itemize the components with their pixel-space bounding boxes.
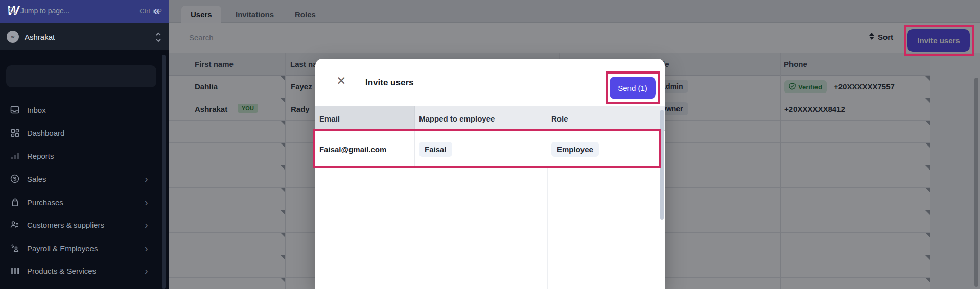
sidebar-item-sales[interactable]: Sales › [0, 170, 169, 188]
close-icon[interactable]: ✕ [335, 75, 347, 87]
sidebar-item-label: Reports [27, 152, 54, 160]
payroll-icon [9, 243, 20, 254]
app-window: W « W Ashrakat Jump to page... Ctrl + P … [0, 0, 980, 289]
invite-row-empty[interactable] [315, 259, 665, 282]
dashboard-icon [9, 127, 20, 138]
sidebar: W « W Ashrakat Jump to page... Ctrl + P … [0, 0, 169, 289]
annotation-invite-row [313, 129, 661, 168]
user-name: Ashrakat [25, 33, 55, 41]
chevron-right-icon: › [145, 266, 148, 276]
sidebar-item-dashboard[interactable]: Dashboard [0, 124, 169, 142]
inbox-icon [9, 104, 20, 115]
barcode-icon [9, 265, 20, 276]
dollar-circle-icon [9, 173, 20, 184]
sidebar-scrollbar[interactable] [162, 55, 166, 289]
sidebar-item-label: Dashboard [27, 129, 64, 137]
modal-title: Invite users [365, 78, 414, 88]
sidebar-item-label: Products & Services [27, 267, 96, 275]
avatar: W [7, 31, 19, 43]
sidebar-item-label: Sales [27, 175, 46, 183]
column-header-email[interactable]: Email [315, 106, 415, 131]
annotation-invite-users-button [904, 25, 974, 56]
sidebar-item-label: Customers & suppliers [27, 221, 104, 229]
sidebar-item-customers-suppliers[interactable]: Customers & suppliers › [0, 215, 169, 234]
chevron-right-icon: › [145, 197, 148, 207]
invite-row-empty[interactable] [315, 282, 665, 289]
sidebar-item-products-services[interactable]: Products & Services › [0, 261, 169, 280]
sidebar-item-inbox[interactable]: Inbox [0, 101, 169, 119]
search-icon [8, 6, 17, 17]
invite-row-empty[interactable] [315, 213, 665, 236]
column-header-role[interactable]: Role [547, 106, 665, 131]
jump-to-page-input[interactable] [6, 65, 156, 87]
chevron-right-icon: › [145, 174, 148, 184]
sidebar-item-label: Purchases [27, 198, 63, 207]
sidebar-item-reports[interactable]: Reports [0, 147, 169, 165]
invite-table-header: Email Mapped to employee Role [315, 106, 665, 131]
jump-to-page-placeholder: Jump to page... [20, 7, 70, 15]
people-icon [9, 219, 20, 230]
keyboard-shortcut: Ctrl + P [139, 7, 162, 15]
column-header-mapped-to-employee[interactable]: Mapped to employee [415, 106, 547, 131]
chevron-right-icon: › [145, 243, 148, 253]
sidebar-item-label: Payroll & Employees [27, 244, 98, 253]
sidebar-item-purchases[interactable]: Purchases › [0, 193, 169, 211]
invite-row-empty[interactable] [315, 167, 665, 190]
shopping-bag-icon [9, 197, 20, 208]
chevron-right-icon: › [145, 220, 148, 230]
chevron-updown-icon[interactable] [155, 32, 162, 45]
sidebar-item-label: Inbox [27, 106, 46, 114]
sidebar-item-payroll-employees[interactable]: Payroll & Employees › [0, 239, 169, 257]
invite-row-empty[interactable] [315, 236, 665, 259]
annotation-send-button [606, 71, 660, 104]
bar-chart-icon [9, 150, 20, 161]
invite-row-empty[interactable] [315, 190, 665, 213]
